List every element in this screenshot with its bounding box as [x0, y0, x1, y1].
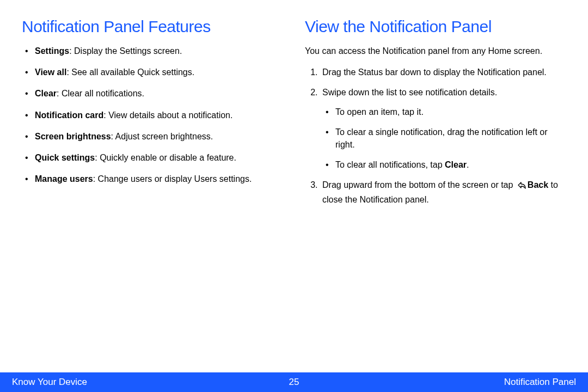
- page-number: 25: [289, 377, 299, 388]
- feature-list: Settings: Display the Settings screen. V…: [22, 45, 283, 185]
- desc: : Clear all notifications.: [57, 89, 144, 98]
- list-item: Manage users: Change users or display Us…: [22, 173, 283, 185]
- step-item: Drag the Status bar down to display the …: [320, 66, 566, 78]
- term: Settings: [35, 46, 69, 56]
- footer-bar: Know Your Device 25 Notification Panel: [0, 372, 588, 392]
- sub-item: To open an item, tap it.: [322, 106, 566, 118]
- footer-right: Notification Panel: [504, 377, 576, 388]
- desc: : Quickly enable or disable a feature.: [95, 153, 236, 162]
- term: Clear: [35, 89, 57, 98]
- sub3-post: .: [467, 160, 469, 169]
- back-icon: [516, 180, 526, 193]
- intro-text: You can access the Notification panel fr…: [305, 45, 566, 57]
- desc: : Change users or display Users settings…: [93, 174, 252, 183]
- sub-item: To clear a single notification, drag the…: [322, 126, 566, 151]
- right-column: View the Notification Panel You can acce…: [305, 17, 566, 213]
- list-item: Screen brightness: Adjust screen brightn…: [22, 130, 283, 143]
- sub-list: To open an item, tap it. To clear a sing…: [322, 106, 566, 171]
- term: Quick settings: [35, 153, 95, 162]
- step-item: Swipe down the list to see notification …: [320, 86, 566, 171]
- desc: : Adjust screen brightness.: [111, 132, 213, 141]
- sub-item: To clear all notifications, tap Clear.: [322, 158, 566, 171]
- sub3-bold: Clear: [445, 160, 467, 169]
- term: Manage users: [35, 174, 93, 183]
- right-heading: View the Notification Panel: [305, 17, 566, 36]
- sub3-pre: To clear all notifications, tap: [335, 160, 445, 169]
- term: View all: [35, 68, 66, 77]
- term: Screen brightness: [35, 132, 111, 141]
- list-item: Clear: Clear all notifications.: [22, 87, 283, 100]
- list-item: Settings: Display the Settings screen.: [22, 45, 283, 57]
- left-heading: Notification Panel Features: [22, 17, 283, 36]
- desc: : View details about a notification.: [103, 111, 232, 120]
- step3-bold: Back: [528, 180, 548, 189]
- step-item: Drag upward from the bottom of the scree…: [320, 179, 566, 205]
- term: Notification card: [35, 111, 103, 120]
- list-item: View all: See all available Quick settin…: [22, 66, 283, 78]
- desc: : See all available Quick settings.: [66, 68, 194, 77]
- footer-left: Know Your Device: [12, 377, 87, 388]
- step3-pre: Drag upward from the bottom of the scree…: [322, 180, 516, 189]
- step2-text: Swipe down the list to see notification …: [322, 88, 497, 97]
- left-column: Notification Panel Features Settings: Di…: [22, 17, 283, 213]
- steps-list: Drag the Status bar down to display the …: [305, 66, 566, 206]
- list-item: Notification card: View details about a …: [22, 109, 283, 121]
- list-item: Quick settings: Quickly enable or disabl…: [22, 151, 283, 164]
- desc: : Display the Settings screen.: [69, 46, 182, 56]
